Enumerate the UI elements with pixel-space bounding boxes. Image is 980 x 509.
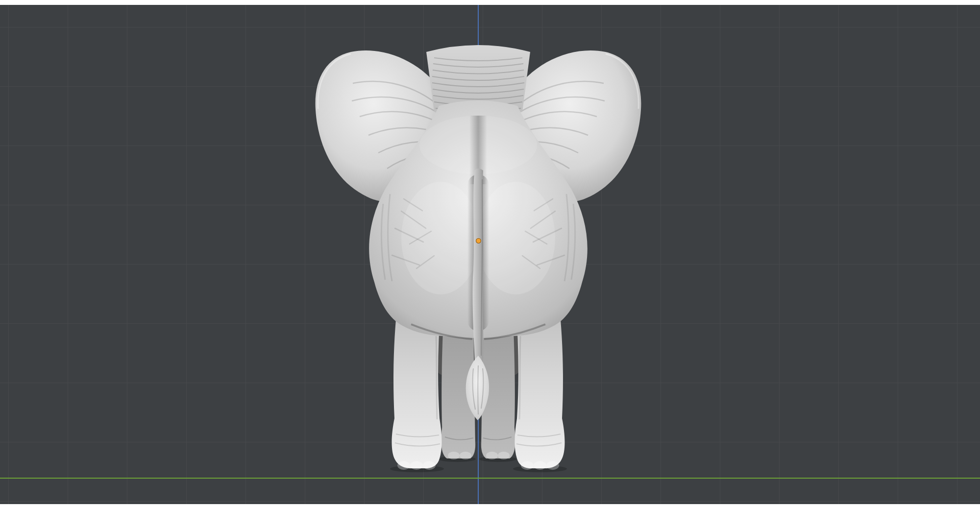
elephant-model[interactable]: [301, 32, 656, 479]
front-toe-bumps: [448, 452, 510, 460]
frame-strip-top: [0, 0, 980, 5]
frame-strip-bottom: [0, 504, 980, 509]
origin-point[interactable]: [476, 238, 481, 243]
viewport-3d[interactable]: [0, 5, 980, 504]
screenshot-frame: [0, 0, 980, 509]
tail[interactable]: [472, 169, 483, 362]
